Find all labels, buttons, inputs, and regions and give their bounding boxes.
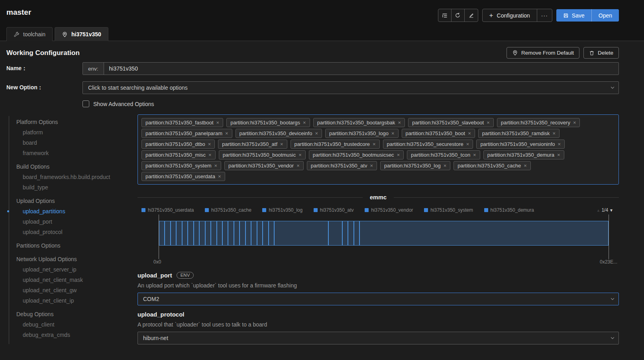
tab-toolchain[interactable]: toolchain <box>6 27 53 41</box>
chevron-down-icon <box>610 85 615 90</box>
partition-segment-hi3751v350_bootmusicsec[interactable] <box>257 221 263 246</box>
partition-segment-hi3751v350_vendor[interactable] <box>328 221 342 246</box>
tree-item-platform[interactable]: platform <box>9 127 137 138</box>
chip-remove-icon[interactable]: × <box>370 163 373 169</box>
tree-item-board[interactable]: board <box>9 138 137 148</box>
save-button[interactable]: Save <box>556 9 591 22</box>
tree-item-upload_net_client_mask[interactable]: upload_net_client_mask <box>9 275 137 285</box>
tree-group-label-partitions-options[interactable]: Partitions Options <box>9 240 137 251</box>
partition-segment-hi3751v350_userdata[interactable] <box>359 221 609 246</box>
upload-protocol-select[interactable]: hiburn-net <box>137 332 619 344</box>
legend-item-hi3751v350_userdata[interactable]: hi3751v350_userdata <box>141 207 194 213</box>
partition-segment-hi3751v350_trustedcore[interactable] <box>228 221 234 246</box>
chip-remove-icon[interactable]: × <box>397 152 400 158</box>
legend-item-hi3751v350_demura[interactable]: hi3751v350_demura <box>484 207 534 213</box>
tree-group-label-network-upload-options[interactable]: Network Upload Options <box>9 254 137 264</box>
legend-item-hi3751v350_log[interactable]: hi3751v350_log <box>262 207 302 213</box>
refresh-button[interactable] <box>452 9 465 22</box>
configuration-more-button[interactable]: ··· <box>537 9 552 22</box>
chip-remove-icon[interactable]: × <box>296 163 300 169</box>
partition-segment-hi3751v350_tcon[interactable] <box>263 221 268 246</box>
chip-remove-icon[interactable]: × <box>225 130 228 136</box>
chip-remove-icon[interactable]: × <box>373 141 376 147</box>
partition-segment-hi3751v350_bootmusic[interactable] <box>251 221 257 246</box>
partition-segment-hi3751v350_bootargs[interactable] <box>165 221 170 246</box>
chip-remove-icon[interactable]: × <box>214 163 218 169</box>
chip-remove-icon[interactable]: × <box>218 173 221 179</box>
tree-group-label-platform-options[interactable]: Platform Options <box>9 117 137 127</box>
tree-group-label-debug-options[interactable]: Debug Options <box>9 309 137 319</box>
tree-item-upload_protocol[interactable]: upload_protocol <box>9 227 137 237</box>
tree-item-board_frameworks.hb.build.product[interactable]: board_frameworks.hb.build.product <box>9 172 137 182</box>
partition-segment-hi3751v350_bootargsbak[interactable] <box>171 221 176 246</box>
delete-button[interactable]: Delete <box>583 47 619 59</box>
partition-segment-hi3751v350_misc[interactable] <box>245 221 251 246</box>
chip-remove-icon[interactable]: × <box>468 130 471 136</box>
chip-remove-icon[interactable]: × <box>398 120 401 126</box>
chip-remove-icon[interactable]: × <box>391 130 395 136</box>
partitions-chip-box[interactable]: partition:hi3751v350_fastboot×partition:… <box>137 114 619 185</box>
partition-segment-hi3751v350_panelparam[interactable] <box>188 221 193 246</box>
partition-segment-hi3751v350_slaveboot[interactable] <box>176 221 182 246</box>
partition-segment-hi3751v350_demura[interactable] <box>269 221 274 246</box>
tree-item-upload_net_server_ip[interactable]: upload_net_server_ip <box>9 264 137 275</box>
chip-remove-icon[interactable]: × <box>303 120 306 126</box>
tree-item-upload_net_client_gw[interactable]: upload_net_client_gw <box>9 285 137 295</box>
chip-remove-icon[interactable]: × <box>298 152 302 158</box>
edit-button[interactable] <box>465 9 478 22</box>
tree-item-framework[interactable]: framework <box>9 148 137 158</box>
partition-segment-hi3751v350_recovery[interactable] <box>182 221 188 246</box>
chip-remove-icon[interactable]: × <box>473 152 476 158</box>
partition-segment-hi3751v350_logo[interactable] <box>199 221 205 246</box>
partition-segment-hi3751v350_dtbo[interactable] <box>217 221 222 246</box>
name-input[interactable] <box>104 63 618 75</box>
partition-segment-hi3751v350_securestore[interactable] <box>234 221 240 246</box>
partition-segment-hi3751v350_deviceinfo[interactable] <box>194 221 199 246</box>
tree-group-label-build-options[interactable]: Build Options <box>9 161 137 172</box>
tree-item-upload_partitions[interactable]: upload_partitions <box>9 206 137 216</box>
legend-item-hi3751v350_atv[interactable]: hi3751v350_atv <box>314 207 354 213</box>
tab-hi3751v350[interactable]: hi3751v350 <box>55 27 108 41</box>
tree-item-upload_port[interactable]: upload_port <box>9 216 137 227</box>
chip-remove-icon[interactable]: × <box>444 163 447 169</box>
outline-list-button[interactable] <box>438 9 452 22</box>
chip-remove-icon[interactable]: × <box>553 130 556 136</box>
partition-segment-hi3751v350_atv[interactable] <box>342 221 348 246</box>
chip-remove-icon[interactable]: × <box>557 152 560 158</box>
chip-remove-icon[interactable]: × <box>524 163 527 169</box>
remove-from-default-button[interactable]: Remove From Default <box>507 47 579 59</box>
legend-item-hi3751v350_vendor[interactable]: hi3751v350_vendor <box>365 207 413 213</box>
chip-remove-icon[interactable]: × <box>280 141 283 147</box>
partition-segment-hi3751v350_fastboot[interactable] <box>159 221 165 246</box>
show-advanced-checkbox[interactable] <box>82 100 89 107</box>
tree-item-upload_net_client_ip[interactable]: upload_net_client_ip <box>9 295 137 306</box>
partition-segment-hi3751v350_log[interactable] <box>348 221 353 246</box>
chip-remove-icon[interactable]: × <box>558 141 561 147</box>
tree-item-debug_extra_cmds[interactable]: debug_extra_cmds <box>9 330 137 340</box>
open-button[interactable]: Open <box>591 9 619 22</box>
add-configuration-button[interactable]: + Configuration <box>483 9 537 22</box>
chip-remove-icon[interactable]: × <box>487 120 490 126</box>
tree-group-label-upload-options[interactable]: Upload Options <box>9 196 137 206</box>
partition-segment-hi3751v350_cache[interactable] <box>354 221 359 246</box>
legend-item-hi3751v350_cache[interactable]: hi3751v350_cache <box>205 207 251 213</box>
chip-remove-icon[interactable]: × <box>315 130 318 136</box>
new-option-search-select[interactable]: Click to start searching available optio… <box>82 81 619 94</box>
refresh-icon <box>455 12 461 18</box>
tree-item-build_type[interactable]: build_type <box>9 182 137 193</box>
chip-remove-icon[interactable]: × <box>466 141 469 147</box>
partition-segment-hi3751v350_versioninfo[interactable] <box>240 221 245 246</box>
chip-remove-icon[interactable]: × <box>208 152 212 158</box>
chip-remove-icon[interactable]: × <box>208 141 211 147</box>
tree-item-debug_client[interactable]: debug_client <box>9 319 137 330</box>
partition-segment-hi3751v350_boot[interactable] <box>205 221 211 246</box>
legend-page-up-icon[interactable]: ▲ <box>597 208 601 212</box>
legend-item-hi3751v350_system[interactable]: hi3751v350_system <box>424 207 473 213</box>
partition-segment-hi3751v350_ramdisk[interactable] <box>211 221 216 246</box>
legend-page-down-icon[interactable]: ▼ <box>609 208 613 212</box>
chip-remove-icon[interactable]: × <box>216 120 220 126</box>
partition-segment-hi3751v350_system[interactable] <box>274 221 328 246</box>
partition-segment-hi3751v350_atf[interactable] <box>222 221 228 246</box>
chip-remove-icon[interactable]: × <box>573 120 576 126</box>
upload-port-select[interactable]: COM2 <box>137 293 619 305</box>
